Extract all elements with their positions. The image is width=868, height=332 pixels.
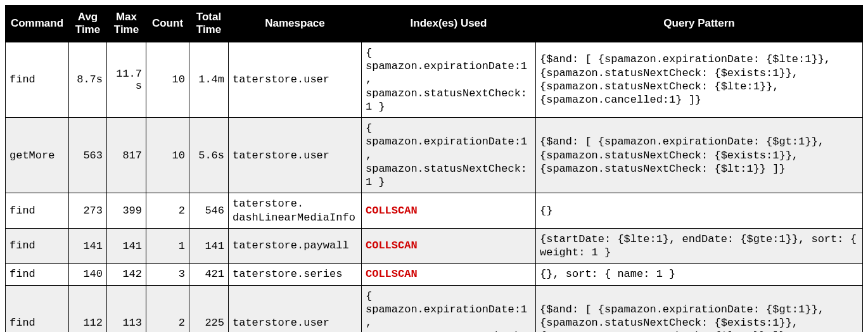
query-stats-table: Command Avg Time Max Time Count Total Ti… <box>5 5 863 332</box>
cell-query-pattern: {$and: [ {spamazon.expirationDate: {$lte… <box>536 42 863 117</box>
cell-command: getMore <box>6 118 69 193</box>
cell-command: find <box>6 228 69 264</box>
cell-total-time: 1.4m <box>189 42 229 117</box>
cell-avg-time: 112 <box>69 285 107 332</box>
cell-count: 2 <box>146 285 189 332</box>
cell-max-time: 11.7s <box>107 42 146 117</box>
collscan-badge: COLLSCAN <box>366 239 418 252</box>
cell-avg-time: 8.7s <box>69 42 107 117</box>
col-total-time: Total Time <box>189 6 229 42</box>
cell-query-pattern: {startDate: {$lte:1}, endDate: {$gte:1}}… <box>536 228 863 264</box>
cell-max-time: 142 <box>107 264 146 285</box>
cell-indexes: COLLSCAN <box>362 264 536 285</box>
cell-namespace: taterstore.paywall <box>229 228 362 264</box>
col-max-time: Max Time <box>107 6 146 42</box>
col-count: Count <box>146 6 189 42</box>
cell-namespace: taterstore.user <box>229 285 362 332</box>
cell-total-time: 141 <box>189 228 229 264</box>
cell-namespace: taterstore.user <box>229 42 362 117</box>
table-row: getMore563817105.6staterstore.user{ spam… <box>6 118 863 193</box>
cell-avg-time: 141 <box>69 228 107 264</box>
cell-command: find <box>6 264 69 285</box>
cell-indexes: { spamazon.expirationDate:1, spamazon.st… <box>362 42 536 117</box>
table-row: find1121132225taterstore.user{ spamazon.… <box>6 285 863 332</box>
cell-namespace: taterstore.series <box>229 264 362 285</box>
table-row: find2733992546taterstore. dashLinearMedi… <box>6 193 863 229</box>
cell-avg-time: 563 <box>69 118 107 193</box>
cell-namespace: taterstore. dashLinearMediaInfo <box>229 193 362 229</box>
cell-total-time: 225 <box>189 285 229 332</box>
cell-count: 2 <box>146 193 189 229</box>
cell-indexes: COLLSCAN <box>362 193 536 229</box>
cell-query-pattern: {} <box>536 193 863 229</box>
cell-command: find <box>6 285 69 332</box>
cell-total-time: 5.6s <box>189 118 229 193</box>
cell-namespace: taterstore.user <box>229 118 362 193</box>
cell-query-pattern: {$and: [ {spamazon.expirationDate: {$gt:… <box>536 285 863 332</box>
cell-max-time: 399 <box>107 193 146 229</box>
cell-count: 10 <box>146 118 189 193</box>
col-command: Command <box>6 6 69 42</box>
cell-count: 1 <box>146 228 189 264</box>
table-row: find1401423421taterstore.seriesCOLLSCAN{… <box>6 264 863 285</box>
table-header-row: Command Avg Time Max Time Count Total Ti… <box>6 6 863 42</box>
cell-count: 10 <box>146 42 189 117</box>
table-row: find1411411141taterstore.paywallCOLLSCAN… <box>6 228 863 264</box>
col-query: Query Pattern <box>536 6 863 42</box>
col-indexes: Index(es) Used <box>362 6 536 42</box>
cell-query-pattern: {$and: [ {spamazon.expirationDate: {$gt:… <box>536 118 863 193</box>
cell-avg-time: 140 <box>69 264 107 285</box>
collscan-badge: COLLSCAN <box>366 268 418 280</box>
cell-command: find <box>6 42 69 117</box>
table-row: find8.7s11.7s101.4mtaterstore.user{ spam… <box>6 42 863 117</box>
cell-count: 3 <box>146 264 189 285</box>
cell-query-pattern: {}, sort: { name: 1 } <box>536 264 863 285</box>
cell-command: find <box>6 193 69 229</box>
col-namespace: Namespace <box>229 6 362 42</box>
cell-indexes: { spamazon.expirationDate:1, spamazon.st… <box>362 285 536 332</box>
cell-max-time: 141 <box>107 228 146 264</box>
cell-indexes: { spamazon.expirationDate:1, spamazon.st… <box>362 118 536 193</box>
cell-max-time: 817 <box>107 118 146 193</box>
col-avg-time: Avg Time <box>69 6 107 42</box>
collscan-badge: COLLSCAN <box>366 205 418 217</box>
cell-total-time: 546 <box>189 193 229 229</box>
cell-max-time: 113 <box>107 285 146 332</box>
cell-indexes: COLLSCAN <box>362 228 536 264</box>
cell-total-time: 421 <box>189 264 229 285</box>
cell-avg-time: 273 <box>69 193 107 229</box>
